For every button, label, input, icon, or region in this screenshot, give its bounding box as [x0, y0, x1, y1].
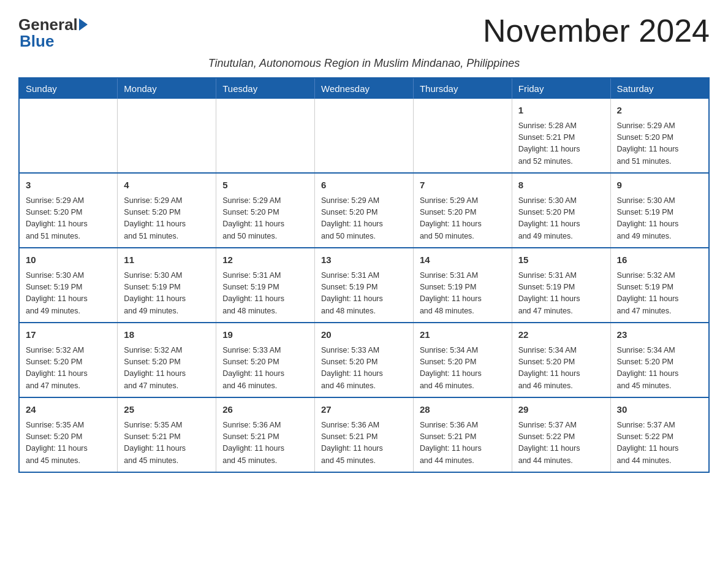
day-info: Sunrise: 5:35 AMSunset: 5:20 PMDaylight:… — [26, 419, 111, 467]
day-number: 2 — [617, 104, 702, 118]
day-info: Sunrise: 5:31 AMSunset: 5:19 PMDaylight:… — [222, 270, 308, 318]
calendar-header-friday: Friday — [512, 78, 610, 99]
day-number: 16 — [617, 253, 702, 267]
day-number: 19 — [222, 328, 308, 342]
calendar-cell: 4Sunrise: 5:29 AMSunset: 5:20 PMDaylight… — [118, 173, 216, 248]
calendar-week-row: 10Sunrise: 5:30 AMSunset: 5:19 PMDayligh… — [19, 248, 709, 323]
day-info: Sunrise: 5:29 AMSunset: 5:20 PMDaylight:… — [420, 195, 506, 243]
day-number: 13 — [321, 253, 407, 267]
day-info: Sunrise: 5:33 AMSunset: 5:20 PMDaylight:… — [222, 345, 308, 393]
day-info: Sunrise: 5:34 AMSunset: 5:20 PMDaylight:… — [420, 345, 506, 393]
day-info: Sunrise: 5:29 AMSunset: 5:20 PMDaylight:… — [222, 195, 308, 243]
day-number: 3 — [26, 178, 111, 193]
day-info: Sunrise: 5:30 AMSunset: 5:19 PMDaylight:… — [26, 270, 111, 318]
calendar-header-monday: Monday — [118, 78, 216, 99]
day-number: 25 — [124, 403, 210, 417]
day-number: 8 — [518, 178, 604, 193]
day-info: Sunrise: 5:30 AMSunset: 5:19 PMDaylight:… — [124, 270, 210, 318]
day-number: 26 — [222, 403, 308, 417]
calendar-header-sunday: Sunday — [19, 78, 118, 99]
calendar-cell: 27Sunrise: 5:36 AMSunset: 5:21 PMDayligh… — [315, 397, 414, 472]
calendar-cell — [413, 99, 512, 173]
day-number: 1 — [518, 104, 604, 118]
day-number: 4 — [124, 178, 210, 193]
day-info: Sunrise: 5:32 AMSunset: 5:20 PMDaylight:… — [124, 345, 210, 393]
day-number: 15 — [518, 253, 604, 267]
calendar-cell: 9Sunrise: 5:30 AMSunset: 5:19 PMDaylight… — [610, 173, 709, 248]
calendar-cell: 18Sunrise: 5:32 AMSunset: 5:20 PMDayligh… — [118, 323, 216, 397]
calendar-week-row: 1Sunrise: 5:28 AMSunset: 5:21 PMDaylight… — [19, 99, 709, 173]
day-info: Sunrise: 5:35 AMSunset: 5:21 PMDaylight:… — [124, 419, 210, 467]
day-info: Sunrise: 5:31 AMSunset: 5:19 PMDaylight:… — [420, 270, 506, 318]
calendar-cell: 8Sunrise: 5:30 AMSunset: 5:20 PMDaylight… — [512, 173, 610, 248]
day-info: Sunrise: 5:36 AMSunset: 5:21 PMDaylight:… — [420, 419, 506, 467]
month-title: November 2024 — [483, 12, 710, 49]
day-number: 18 — [124, 328, 210, 342]
calendar-cell — [118, 99, 216, 173]
calendar-cell: 12Sunrise: 5:31 AMSunset: 5:19 PMDayligh… — [216, 248, 315, 323]
day-number: 17 — [26, 328, 111, 342]
calendar-header-saturday: Saturday — [610, 78, 709, 99]
calendar-cell: 7Sunrise: 5:29 AMSunset: 5:20 PMDaylight… — [413, 173, 512, 248]
day-number: 6 — [321, 178, 407, 193]
calendar-cell: 30Sunrise: 5:37 AMSunset: 5:22 PMDayligh… — [610, 397, 709, 472]
calendar-cell: 24Sunrise: 5:35 AMSunset: 5:20 PMDayligh… — [19, 397, 118, 472]
day-info: Sunrise: 5:36 AMSunset: 5:21 PMDaylight:… — [321, 419, 407, 467]
day-number: 14 — [420, 253, 506, 267]
day-info: Sunrise: 5:32 AMSunset: 5:20 PMDaylight:… — [26, 345, 111, 393]
day-number: 20 — [321, 328, 407, 342]
day-info: Sunrise: 5:29 AMSunset: 5:20 PMDaylight:… — [124, 195, 210, 243]
logo-blue-text: Blue — [18, 32, 54, 51]
calendar-cell: 1Sunrise: 5:28 AMSunset: 5:21 PMDaylight… — [512, 99, 610, 173]
calendar-cell: 16Sunrise: 5:32 AMSunset: 5:19 PMDayligh… — [610, 248, 709, 323]
calendar-cell: 29Sunrise: 5:37 AMSunset: 5:22 PMDayligh… — [512, 397, 610, 472]
calendar-cell: 11Sunrise: 5:30 AMSunset: 5:19 PMDayligh… — [118, 248, 216, 323]
calendar-cell: 6Sunrise: 5:29 AMSunset: 5:20 PMDaylight… — [315, 173, 414, 248]
day-number: 9 — [617, 178, 702, 193]
day-info: Sunrise: 5:28 AMSunset: 5:21 PMDaylight:… — [518, 120, 604, 168]
calendar-week-row: 17Sunrise: 5:32 AMSunset: 5:20 PMDayligh… — [19, 323, 709, 397]
day-info: Sunrise: 5:31 AMSunset: 5:19 PMDaylight:… — [321, 270, 407, 318]
day-info: Sunrise: 5:34 AMSunset: 5:20 PMDaylight:… — [617, 345, 702, 393]
day-number: 23 — [617, 328, 702, 342]
calendar-week-row: 24Sunrise: 5:35 AMSunset: 5:20 PMDayligh… — [19, 397, 709, 472]
day-info: Sunrise: 5:32 AMSunset: 5:19 PMDaylight:… — [617, 270, 702, 318]
logo: General Blue — [18, 15, 88, 51]
day-number: 24 — [26, 403, 111, 417]
day-info: Sunrise: 5:31 AMSunset: 5:19 PMDaylight:… — [518, 270, 604, 318]
calendar-cell: 28Sunrise: 5:36 AMSunset: 5:21 PMDayligh… — [413, 397, 512, 472]
day-info: Sunrise: 5:30 AMSunset: 5:20 PMDaylight:… — [518, 195, 604, 243]
day-info: Sunrise: 5:29 AMSunset: 5:20 PMDaylight:… — [26, 195, 111, 243]
calendar-cell: 19Sunrise: 5:33 AMSunset: 5:20 PMDayligh… — [216, 323, 315, 397]
calendar-header-wednesday: Wednesday — [315, 78, 414, 99]
day-info: Sunrise: 5:37 AMSunset: 5:22 PMDaylight:… — [617, 419, 702, 467]
day-number: 5 — [222, 178, 308, 193]
calendar-cell: 23Sunrise: 5:34 AMSunset: 5:20 PMDayligh… — [610, 323, 709, 397]
calendar-cell: 21Sunrise: 5:34 AMSunset: 5:20 PMDayligh… — [413, 323, 512, 397]
day-number: 27 — [321, 403, 407, 417]
calendar-cell: 3Sunrise: 5:29 AMSunset: 5:20 PMDaylight… — [19, 173, 118, 248]
day-number: 21 — [420, 328, 506, 342]
day-info: Sunrise: 5:30 AMSunset: 5:19 PMDaylight:… — [617, 195, 702, 243]
calendar-cell — [315, 99, 414, 173]
header: General Blue November 2024 — [18, 12, 710, 51]
calendar-cell: 22Sunrise: 5:34 AMSunset: 5:20 PMDayligh… — [512, 323, 610, 397]
calendar-cell: 5Sunrise: 5:29 AMSunset: 5:20 PMDaylight… — [216, 173, 315, 248]
day-number: 29 — [518, 403, 604, 417]
calendar-cell — [216, 99, 315, 173]
day-number: 12 — [222, 253, 308, 267]
calendar-cell: 17Sunrise: 5:32 AMSunset: 5:20 PMDayligh… — [19, 323, 118, 397]
subtitle: Tinutulan, Autonomous Region in Muslim M… — [18, 57, 710, 70]
day-number: 7 — [420, 178, 506, 193]
calendar-week-row: 3Sunrise: 5:29 AMSunset: 5:20 PMDaylight… — [19, 173, 709, 248]
day-info: Sunrise: 5:33 AMSunset: 5:20 PMDaylight:… — [321, 345, 407, 393]
calendar-table: SundayMondayTuesdayWednesdayThursdayFrid… — [18, 77, 710, 473]
calendar-cell: 26Sunrise: 5:36 AMSunset: 5:21 PMDayligh… — [216, 397, 315, 472]
calendar-cell: 10Sunrise: 5:30 AMSunset: 5:19 PMDayligh… — [19, 248, 118, 323]
day-info: Sunrise: 5:37 AMSunset: 5:22 PMDaylight:… — [518, 419, 604, 467]
calendar-header-tuesday: Tuesday — [216, 78, 315, 99]
day-number: 11 — [124, 253, 210, 267]
calendar-cell — [19, 99, 118, 173]
day-info: Sunrise: 5:29 AMSunset: 5:20 PMDaylight:… — [321, 195, 407, 243]
calendar-cell: 13Sunrise: 5:31 AMSunset: 5:19 PMDayligh… — [315, 248, 414, 323]
